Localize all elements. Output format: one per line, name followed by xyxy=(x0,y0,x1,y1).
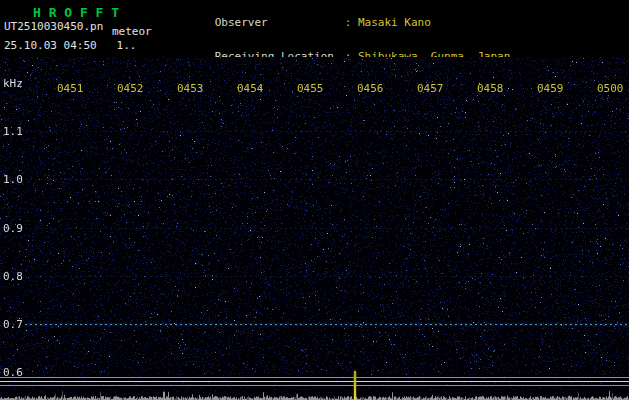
time-tick-label: 0451 xyxy=(57,82,84,95)
gridline-1_0khz xyxy=(25,179,629,180)
time-tick-label: 0454 xyxy=(237,82,264,95)
time-tick-label: 0456 xyxy=(357,82,384,95)
info-value: : Masaki Kano xyxy=(345,16,431,29)
freq-tick-label: 0.9 xyxy=(3,222,23,235)
info-label: Observer xyxy=(215,17,345,29)
time-tick-label: 0453 xyxy=(177,82,204,95)
level-strip-separator xyxy=(0,377,629,378)
meteor-echo-spike xyxy=(354,371,356,400)
freq-tick-label: 0.8 xyxy=(3,270,23,283)
freq-axis-unit: kHz xyxy=(3,77,23,90)
level-strip-separator xyxy=(0,381,629,382)
freq-tick-label: 1.0 xyxy=(3,173,23,186)
app-title: H R O F F T xyxy=(33,5,119,20)
carrier-line-0_7khz xyxy=(25,324,629,325)
gridline-0_8khz xyxy=(25,276,629,277)
level-strip-separator xyxy=(0,385,629,386)
output-filename: UT2510030450.pn xyxy=(4,20,103,33)
hrofft-output-screen: H R O F F T UT2510030450.pn meteor 25.10… xyxy=(0,0,629,400)
time-tick-label: 0500 xyxy=(597,82,624,95)
gridline-1_1khz xyxy=(25,131,629,132)
time-tick-label: 0455 xyxy=(297,82,324,95)
gridline-0_9khz xyxy=(25,228,629,229)
freq-tick-label: 0.7 xyxy=(3,318,23,331)
observation-datetime: 25.10.03 04:50 1.. xyxy=(4,39,136,52)
time-tick-label: 0457 xyxy=(417,82,444,95)
time-tick-label: 0459 xyxy=(537,82,564,95)
time-tick-label: 0452 xyxy=(117,82,144,95)
station-name: meteor xyxy=(112,25,152,38)
time-tick-label: 0458 xyxy=(477,82,504,95)
freq-tick-label: 1.1 xyxy=(3,125,23,138)
info-row-observer: Observer: Masaki Kano xyxy=(175,5,563,40)
